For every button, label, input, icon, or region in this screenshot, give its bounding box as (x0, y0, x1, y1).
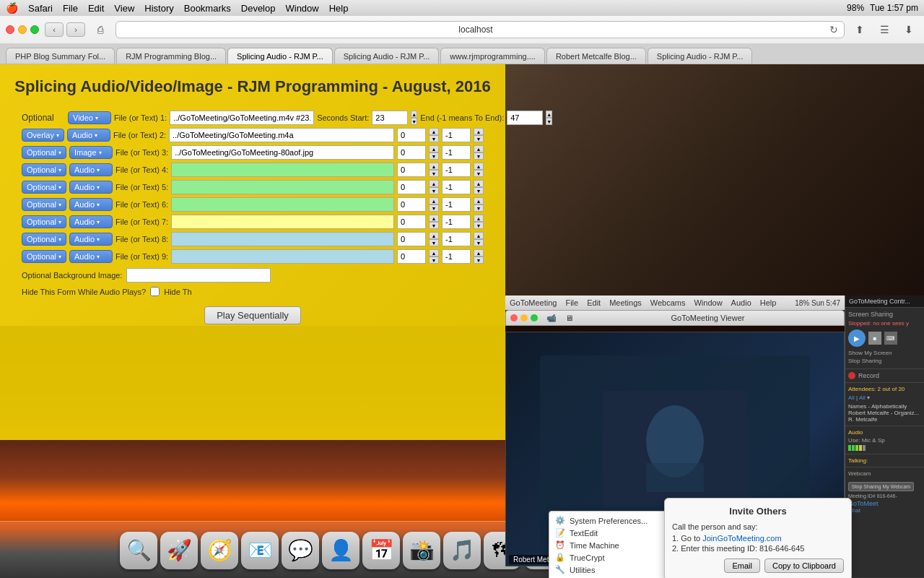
row7-type-select[interactable]: Audio ▾ (69, 215, 113, 228)
row7-stepper1[interactable]: ▲ ▼ (429, 215, 439, 229)
row7-file-input[interactable] (171, 215, 394, 229)
menu-history[interactable]: History (144, 3, 173, 14)
row3-num1[interactable] (397, 145, 426, 160)
gtm-menu-app[interactable]: GoToMeeting (510, 298, 557, 307)
menu-help[interactable]: Help (329, 3, 349, 14)
row5-num2[interactable] (442, 180, 471, 194)
email-button[interactable]: Email (724, 558, 760, 573)
apple-menu[interactable]: 🍎 (6, 2, 18, 14)
sys-prefs-item-1[interactable]: ⚙️ System Preferences... (549, 514, 678, 527)
row9-stepper1[interactable]: ▲ ▼ (429, 249, 439, 264)
row3-type-select[interactable]: Image ▾ (69, 146, 113, 159)
row2-num2[interactable] (442, 128, 471, 142)
end-input[interactable] (507, 111, 543, 125)
sys-prefs-item-4[interactable]: 🔒 TrueCrypt (549, 551, 678, 564)
row7-stepper2[interactable]: ▲ ▼ (474, 215, 484, 229)
seconds-up-icon[interactable]: ▲ (411, 111, 417, 118)
gtm-menu-file[interactable]: File (565, 298, 578, 307)
row8-stepper1[interactable]: ▲ ▼ (429, 232, 439, 246)
row7-optional-btn[interactable]: Optional ▾ (22, 215, 66, 228)
gtm-menu-window[interactable]: Window (694, 298, 722, 307)
forward-button[interactable]: › (66, 22, 85, 37)
row4-stepper2[interactable]: ▲ ▼ (474, 163, 484, 177)
end-stepper[interactable]: ▲ ▼ (546, 111, 552, 125)
dock-contacts[interactable]: 👤 (322, 532, 359, 569)
dock-safari[interactable]: 🧭 (201, 532, 238, 569)
row6-stepper2[interactable]: ▲ ▼ (474, 197, 484, 212)
row8-file-input[interactable] (171, 232, 394, 246)
dock-messages[interactable]: 💬 (282, 532, 319, 569)
row4-optional-btn[interactable]: Optional ▾ (22, 163, 66, 176)
row9-stepper2[interactable]: ▲ ▼ (474, 249, 484, 264)
share-icon[interactable]: ⬆ (850, 22, 869, 37)
row4-file-input[interactable] (171, 163, 394, 177)
row5-stepper1[interactable]: ▲ ▼ (429, 180, 439, 194)
dock-finder[interactable]: 🔍 (120, 532, 157, 569)
tab-4[interactable]: www.rjmprogramming.... (440, 48, 545, 64)
seconds-down-icon[interactable]: ▼ (411, 118, 417, 125)
copy-clipboard-button[interactable]: Copy to Clipboard (764, 558, 844, 573)
row9-optional-btn[interactable]: Optional ▾ (22, 250, 66, 263)
screen-icon[interactable]: 🖥 (565, 314, 573, 323)
row6-type-select[interactable]: Audio ▾ (69, 198, 113, 211)
filter-arrow[interactable]: ▾ (867, 394, 870, 401)
row3-file-input[interactable] (171, 145, 394, 160)
row4-num2[interactable] (442, 163, 471, 177)
close-button[interactable] (6, 25, 14, 34)
row8-num1[interactable] (397, 232, 426, 246)
hide-checkbox[interactable] (150, 287, 160, 296)
row1-file-input[interactable] (170, 111, 314, 125)
row9-num1[interactable] (397, 249, 426, 264)
gtm-menu-webcams[interactable]: Webcams (650, 298, 686, 307)
end-down-icon[interactable]: ▼ (546, 118, 552, 125)
row9-file-input[interactable] (171, 249, 394, 264)
gtm-menu-audio[interactable]: Audio (731, 298, 751, 307)
sys-prefs-item-5[interactable]: 🔧 Utilities (549, 564, 678, 576)
back-button[interactable]: ‹ (45, 22, 64, 37)
dock-launchpad[interactable]: 🚀 (160, 532, 198, 569)
row2-file-input[interactable] (169, 128, 394, 142)
row7-num2[interactable] (442, 215, 471, 229)
dock-mail[interactable]: 📧 (241, 532, 279, 569)
row3-stepper2[interactable]: ▲ ▼ (474, 145, 484, 160)
viewer-fullscreen-btn[interactable] (531, 314, 538, 322)
reader-icon[interactable]: ☰ (875, 22, 894, 37)
minimize-button[interactable] (18, 25, 27, 34)
dock-photos[interactable]: 📸 (403, 532, 440, 569)
row6-stepper1[interactable]: ▲ ▼ (429, 197, 439, 212)
row5-file-input[interactable] (171, 180, 394, 194)
play-button[interactable]: ▶ (848, 329, 866, 347)
filter-all2-btn[interactable]: All (859, 394, 866, 401)
row3-optional-btn[interactable]: Optional ▾ (22, 146, 66, 159)
row5-num1[interactable] (397, 180, 426, 194)
stop-webcam-btn[interactable]: Stop Sharing My Webcam (848, 482, 914, 491)
row2-num1[interactable] (397, 128, 426, 142)
row2-optional-btn[interactable]: Overlay ▾ (22, 129, 64, 142)
sys-prefs-item-2[interactable]: 📝 TextEdit (549, 527, 678, 539)
menu-bookmarks[interactable]: Bookmarks (184, 3, 231, 14)
reload-button[interactable]: ↻ (829, 24, 838, 35)
tab-0[interactable]: PHP Blog Summary Fol... (6, 48, 115, 64)
row2-stepper1[interactable]: ▲ ▼ (429, 128, 439, 142)
row6-num1[interactable] (397, 197, 426, 212)
tab-2[interactable]: Splicing Audio - RJM P... (227, 48, 333, 64)
viewer-close-btn[interactable] (510, 314, 518, 322)
row2-stepper2[interactable]: ▲ ▼ (474, 128, 484, 142)
bg-image-input[interactable] (126, 268, 271, 282)
row8-type-select[interactable]: Audio ▾ (69, 233, 113, 246)
row6-file-input[interactable] (171, 197, 394, 212)
row5-type-select[interactable]: Audio ▾ (69, 181, 113, 194)
tab-6[interactable]: Splicing Audio - RJM P... (648, 48, 753, 64)
address-bar[interactable]: localhost ↻ (116, 21, 845, 38)
row8-num2[interactable] (442, 232, 471, 246)
tab-5[interactable]: Robert Metcalfe Blog... (546, 48, 646, 64)
keyboard-button[interactable]: ⌨ (884, 332, 897, 345)
row5-stepper2[interactable]: ▲ ▼ (474, 180, 484, 194)
viewer-minimize-btn[interactable] (520, 314, 528, 322)
menu-window[interactable]: Window (285, 3, 318, 14)
tab-1[interactable]: RJM Programming Blog... (116, 48, 226, 64)
row6-optional-btn[interactable]: Optional ▾ (22, 198, 66, 211)
row7-num1[interactable] (397, 215, 426, 229)
fullscreen-button[interactable] (30, 25, 39, 34)
menu-file[interactable]: File (63, 3, 78, 14)
